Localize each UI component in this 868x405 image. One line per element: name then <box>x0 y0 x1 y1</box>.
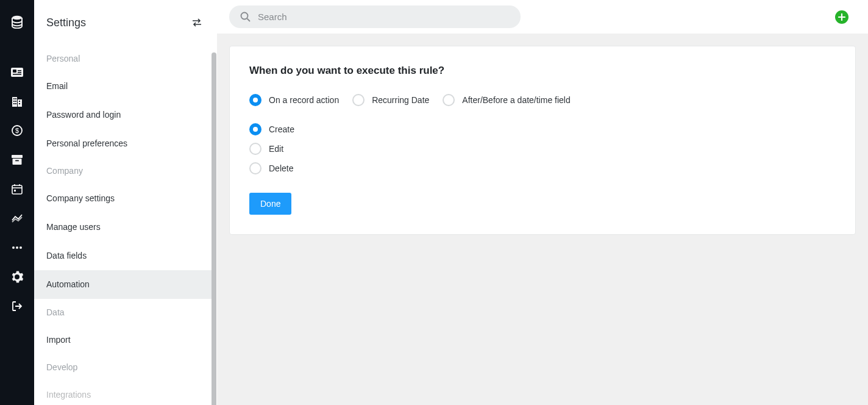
sidebar-item-automation[interactable]: Automation <box>34 270 216 299</box>
radio-label: Edit <box>269 144 283 154</box>
radio-recurring-date[interactable]: Recurring Date <box>352 94 429 106</box>
sidebar-item-password[interactable]: Password and login <box>34 101 216 129</box>
radio-label: After/Before a date/time field <box>462 95 570 105</box>
card-title: When do you want to execute this rule? <box>249 65 836 77</box>
svg-point-29 <box>241 13 248 20</box>
sidebar-scrollbar[interactable] <box>212 52 216 405</box>
sidebar-item-import[interactable]: Import <box>34 326 216 354</box>
sidebar-section-data: Data <box>34 299 216 326</box>
sidebar-section-company: Company <box>34 157 216 184</box>
svg-text:$: $ <box>15 127 19 134</box>
radio-dot-icon <box>443 94 455 106</box>
sidebar-title: Settings <box>46 16 86 29</box>
done-button[interactable]: Done <box>249 193 291 215</box>
sidebar-header: Settings <box>34 0 216 45</box>
svg-rect-25 <box>14 190 16 192</box>
gear-icon[interactable] <box>0 262 34 292</box>
svg-rect-21 <box>12 185 22 194</box>
svg-line-30 <box>247 19 251 22</box>
radio-edit[interactable]: Edit <box>249 143 836 155</box>
radio-label: Create <box>269 124 294 134</box>
svg-point-0 <box>12 16 22 20</box>
radio-dot-icon <box>249 143 261 155</box>
svg-rect-9 <box>15 98 16 99</box>
search-icon <box>240 12 251 22</box>
svg-rect-18 <box>12 155 23 158</box>
settings-sidebar: Settings Personal Email Password and log… <box>34 0 217 405</box>
radio-dot-icon <box>249 162 261 174</box>
nav-rail: $ <box>0 0 34 405</box>
sidebar-item-email[interactable]: Email <box>34 72 216 101</box>
swap-icon[interactable] <box>190 15 204 30</box>
content: When do you want to execute this rule? O… <box>217 34 868 405</box>
archive-icon[interactable] <box>0 145 34 174</box>
id-card-icon[interactable] <box>0 57 34 87</box>
radio-dot-icon <box>249 123 261 135</box>
radio-on-record-action[interactable]: On a record action <box>249 94 339 106</box>
svg-point-26 <box>12 246 15 249</box>
add-button[interactable] <box>835 10 848 24</box>
radio-create[interactable]: Create <box>249 123 836 135</box>
svg-rect-2 <box>13 70 16 73</box>
topbar <box>217 0 868 34</box>
svg-rect-14 <box>19 101 20 102</box>
radio-label: On a record action <box>269 95 339 105</box>
svg-point-27 <box>16 246 18 249</box>
sidebar-item-company-settings[interactable]: Company settings <box>34 184 216 213</box>
main-area: When do you want to execute this rule? O… <box>217 0 868 405</box>
svg-rect-10 <box>13 101 15 102</box>
logout-icon[interactable] <box>0 292 34 321</box>
svg-rect-8 <box>13 98 15 99</box>
chart-icon[interactable] <box>0 204 34 233</box>
sidebar-item-integrations[interactable]: Integrations <box>34 381 216 405</box>
sidebar-section-personal: Personal <box>34 45 216 72</box>
trigger-radio-group: On a record action Recurring Date After/… <box>249 94 836 106</box>
search-input[interactable] <box>258 12 510 22</box>
plus-icon <box>838 13 845 21</box>
logo-icon[interactable] <box>0 9 34 35</box>
sidebar-item-manage-users[interactable]: Manage users <box>34 213 216 242</box>
sidebar-item-data-fields[interactable]: Data fields <box>34 242 216 270</box>
svg-rect-15 <box>19 103 20 104</box>
svg-rect-12 <box>13 103 15 104</box>
svg-rect-5 <box>13 74 21 75</box>
currency-icon[interactable]: $ <box>0 116 34 145</box>
search-field[interactable] <box>229 5 521 28</box>
action-radio-group: Create Edit Delete <box>249 123 836 174</box>
sidebar-item-preferences[interactable]: Personal preferences <box>34 129 216 158</box>
svg-rect-4 <box>18 72 21 73</box>
calendar-icon[interactable] <box>0 174 34 204</box>
building-icon[interactable] <box>0 87 34 116</box>
svg-rect-3 <box>18 70 21 71</box>
radio-after-before-date[interactable]: After/Before a date/time field <box>443 94 570 106</box>
svg-rect-13 <box>15 103 16 104</box>
sidebar-section-develop: Develop <box>34 354 216 381</box>
svg-rect-20 <box>15 160 19 162</box>
radio-label: Delete <box>269 163 293 173</box>
radio-dot-icon <box>352 94 365 106</box>
radio-label: Recurring Date <box>372 95 429 105</box>
sidebar-scroll[interactable]: Personal Email Password and login Person… <box>34 45 216 405</box>
more-icon[interactable] <box>0 233 34 262</box>
svg-rect-11 <box>15 101 16 102</box>
svg-rect-19 <box>13 159 22 165</box>
radio-dot-icon <box>249 94 261 106</box>
rule-card: When do you want to execute this rule? O… <box>229 46 856 235</box>
svg-point-28 <box>20 246 22 249</box>
radio-delete[interactable]: Delete <box>249 162 836 174</box>
